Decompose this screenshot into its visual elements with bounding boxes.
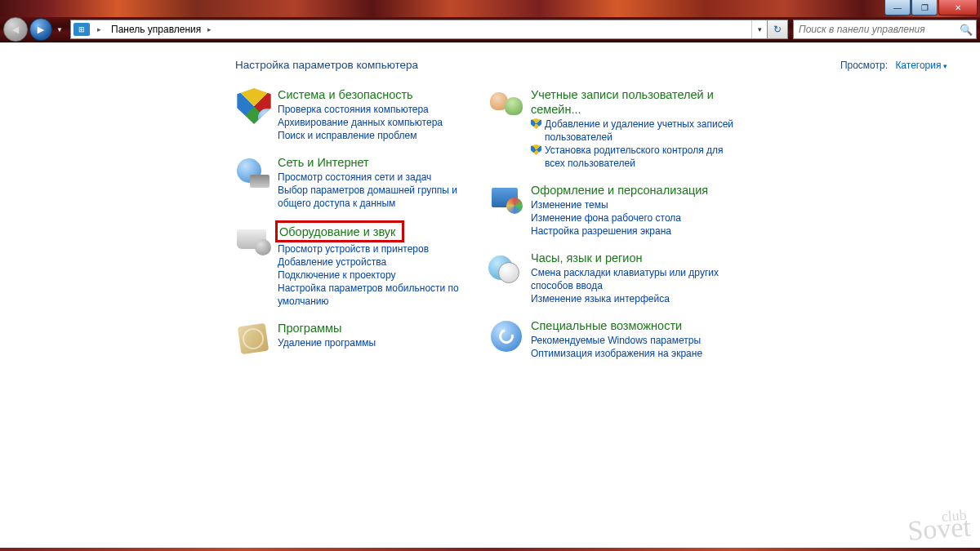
- category-block: Учетные записи пользователей и семейн...…: [488, 87, 733, 170]
- category-icon: [235, 155, 273, 193]
- address-dropdown-button[interactable]: ▾: [751, 20, 767, 38]
- category-link[interactable]: Изменение фона рабочего стола: [531, 211, 708, 224]
- category-title[interactable]: Оформление и персонализация: [531, 183, 708, 198]
- category-link[interactable]: Добавление и удаление учетных записей по…: [531, 118, 733, 144]
- category-block: ПрограммыУдаление программы: [235, 321, 480, 358]
- category-title[interactable]: Программы: [278, 321, 376, 335]
- address-bar[interactable]: ⊞ ▸ Панель управления ▸ ▾: [70, 20, 768, 39]
- window-bottom-border: [0, 548, 980, 551]
- search-icon[interactable]: 🔍: [960, 24, 973, 36]
- category-link[interactable]: Настройка разрешения экрана: [531, 224, 708, 238]
- category-link[interactable]: Изменение темы: [531, 198, 708, 211]
- category-link[interactable]: Выбор параметров домашней группы и общег…: [278, 184, 480, 210]
- category-link[interactable]: Проверка состояния компьютера: [278, 103, 443, 116]
- category-link[interactable]: Архивирование данных компьютера: [278, 116, 443, 129]
- category-icon: [488, 251, 526, 288]
- category-link[interactable]: Изменение языка интерфейса: [531, 292, 733, 305]
- window-titlebar: — ❐ ✕: [0, 0, 980, 17]
- category-block: Часы, язык и регионСмена раскладки клави…: [488, 251, 733, 305]
- refresh-button[interactable]: ↻: [768, 20, 788, 39]
- breadcrumb-arrow-icon[interactable]: ▸: [92, 25, 106, 33]
- category-link[interactable]: Добавление устройства: [278, 256, 480, 269]
- category-title[interactable]: Сеть и Интернет: [278, 155, 480, 170]
- breadcrumb-arrow-icon[interactable]: ▸: [203, 25, 216, 33]
- search-box[interactable]: 🔍: [793, 20, 977, 39]
- category-link[interactable]: Установка родительского контроля для все…: [531, 144, 733, 170]
- category-icon: [488, 87, 526, 125]
- category-link[interactable]: Просмотр состояния сети и задач: [278, 171, 480, 184]
- window-maximize-button[interactable]: ❐: [911, 0, 938, 16]
- category-block: Оформление и персонализацияИзменение тем…: [488, 183, 733, 238]
- category-link[interactable]: Просмотр устройств и принтеров: [278, 242, 480, 256]
- navigation-bar: ◄ ► ▼ ⊞ ▸ Панель управления ▸ ▾ ↻ 🔍: [0, 17, 980, 42]
- category-title[interactable]: Оборудование и звук: [278, 223, 402, 240]
- content-area: Настройка параметров компьютера Просмотр…: [0, 42, 980, 548]
- category-link[interactable]: Удаление программы: [278, 336, 376, 349]
- category-link[interactable]: Поиск и исправление проблем: [278, 129, 443, 142]
- window-minimize-button[interactable]: —: [884, 0, 911, 16]
- category-title[interactable]: Система и безопасность: [278, 87, 443, 102]
- search-input[interactable]: [797, 23, 960, 36]
- control-panel-icon: ⊞: [74, 23, 90, 36]
- category-block: Сеть и ИнтернетПросмотр состояния сети и…: [235, 155, 480, 210]
- breadcrumb-root[interactable]: Панель управления: [106, 24, 203, 35]
- category-link[interactable]: Настройка параметров мобильности по умол…: [278, 282, 480, 308]
- window-close-button[interactable]: ✕: [938, 0, 978, 16]
- category-link[interactable]: Смена раскладки клавиатуры или других сп…: [531, 266, 733, 292]
- category-icon: [488, 318, 526, 356]
- nav-forward-button[interactable]: ►: [29, 18, 52, 41]
- category-block: Система и безопасностьПроверка состояния…: [235, 87, 480, 142]
- category-icon: [235, 87, 273, 125]
- watermark: club Sovet: [906, 509, 972, 540]
- category-title[interactable]: Часы, язык и регион: [531, 251, 733, 265]
- nav-back-button[interactable]: ◄: [3, 17, 28, 42]
- category-icon: [235, 321, 273, 358]
- category-link[interactable]: Оптимизация изображения на экране: [531, 347, 702, 360]
- category-icon: [235, 223, 273, 260]
- category-block: Оборудование и звукПросмотр устройств и …: [235, 223, 480, 308]
- category-link[interactable]: Подключение к проектору: [278, 269, 480, 282]
- view-mode-dropdown[interactable]: Категория: [895, 60, 947, 71]
- category-link[interactable]: Рекомендуемые Windows параметры: [531, 334, 702, 347]
- category-title[interactable]: Специальные возможности: [531, 318, 702, 333]
- nav-history-dropdown[interactable]: ▼: [54, 26, 65, 33]
- category-title[interactable]: Учетные записи пользователей и семейн...: [531, 87, 733, 117]
- view-label: Просмотр:: [840, 60, 888, 71]
- category-block: Специальные возможностиРекомендуемые Win…: [488, 318, 733, 360]
- category-icon: [488, 183, 526, 220]
- page-title: Настройка параметров компьютера: [235, 59, 418, 71]
